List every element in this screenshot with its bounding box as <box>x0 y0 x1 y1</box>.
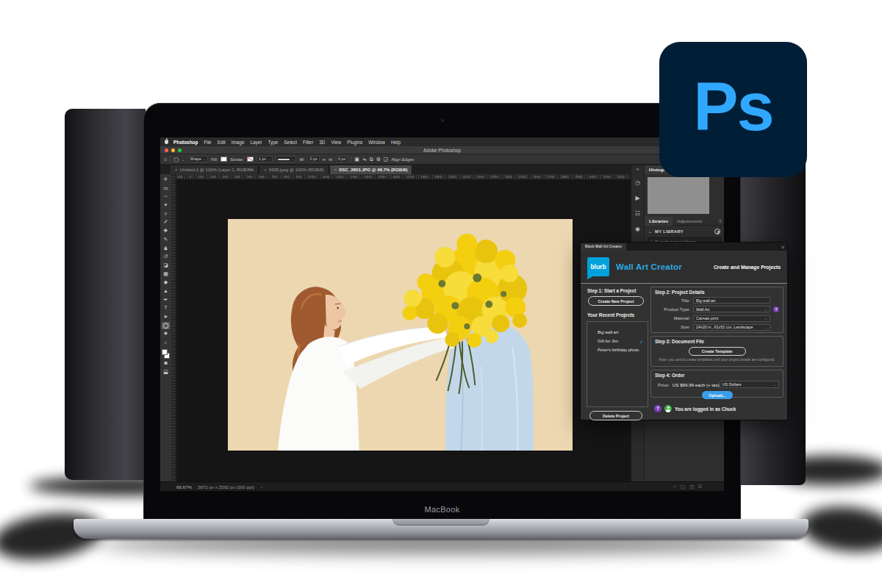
stroke-width-field[interactable]: 1 px ⌄ <box>257 156 273 162</box>
clone-stamp-tool-icon[interactable]: ♟ <box>162 245 170 253</box>
marquee-tool-icon[interactable]: ▭ <box>162 184 170 193</box>
eyedropper-tool-icon[interactable]: ✐ <box>162 218 170 226</box>
help-icon[interactable]: ? <box>654 405 662 412</box>
path-operations-icon[interactable]: ▣ <box>354 157 359 162</box>
tab-adjustments[interactable]: Adjustments <box>673 217 706 226</box>
project-list-item[interactable]: Peter's birthday photo ✓ <box>587 345 648 354</box>
menu-item[interactable]: 3D <box>319 140 325 145</box>
menu-item[interactable]: Type <box>268 140 278 145</box>
menu-item[interactable]: Help <box>391 140 401 145</box>
history-brush-tool-icon[interactable]: ↺ <box>162 253 170 261</box>
width-field[interactable]: 0 px <box>307 156 319 162</box>
menu-item[interactable]: Window <box>368 140 385 145</box>
photo-dsc2853 <box>228 219 573 451</box>
dialog-tab[interactable]: Blurb Wall Art Creator <box>581 243 626 251</box>
height-field[interactable]: 0 px <box>336 156 348 162</box>
upload-button[interactable]: Upload... <box>702 391 733 399</box>
move-tool-icon[interactable]: ✛ <box>162 176 170 184</box>
history-panel-icon[interactable]: ◷ <box>635 179 640 186</box>
dialog-header: blurb Wall Art Creator Create and Manage… <box>581 251 787 284</box>
canvas-area[interactable] <box>177 180 631 481</box>
actions-panel-icon[interactable]: ▶ <box>635 195 639 201</box>
healing-brush-tool-icon[interactable]: ✚ <box>162 227 170 235</box>
chevron-down-icon[interactable]: ⌄ <box>182 157 184 162</box>
quick-mask-icon[interactable]: ◙ <box>162 359 170 368</box>
size-select[interactable]: 24x20 in., 61x51 cm, Landscape ⌄ <box>693 324 770 331</box>
stroke-swatch[interactable] <box>247 157 254 162</box>
chevron-down-icon: ⌄ <box>268 157 270 162</box>
help-icon[interactable]: ? <box>773 306 779 312</box>
document-tab[interactable]: × 0005.jpeg @ 100% (RGB/8) <box>259 165 329 174</box>
ruler-label: 1100 <box>323 175 329 179</box>
foreground-color-swatch[interactable] <box>162 349 168 355</box>
menu-item[interactable]: Photoshop <box>173 140 198 145</box>
material-select[interactable]: Canvas print ⌄ <box>693 315 770 322</box>
link-dimensions-icon[interactable]: ∞ <box>323 157 326 162</box>
path-alignment-icon[interactable]: ≒ <box>362 157 367 162</box>
chevron-down-icon[interactable]: ⌄ <box>260 484 263 489</box>
status-lock-icon[interactable]: ⚿ <box>698 484 702 490</box>
dodge-tool-icon[interactable]: ▲ <box>162 287 170 295</box>
currency-select[interactable]: US Dollars ⌄ <box>720 381 779 388</box>
project-list-item[interactable]: Big wall art ✓ <box>587 328 648 337</box>
close-icon[interactable]: × <box>175 168 178 172</box>
collapse-panels-icon[interactable]: « <box>637 167 639 172</box>
create-new-project-button[interactable]: Create New Project <box>588 296 644 306</box>
status-circle-icon[interactable]: ○ <box>673 484 676 490</box>
close-icon[interactable]: × <box>264 168 267 172</box>
fill-swatch[interactable] <box>220 157 227 162</box>
pen-tool-icon[interactable]: ✒ <box>162 296 170 304</box>
tab-libraries[interactable]: Libraries <box>645 217 673 226</box>
panel-menu-icon[interactable]: ≡ <box>719 219 724 223</box>
menu-item[interactable]: Filter <box>303 140 313 145</box>
project-list-item[interactable]: Gift for Jim ✓ <box>587 337 648 345</box>
back-arrow-icon[interactable]: ← <box>648 229 653 234</box>
quick-selection-tool-icon[interactable]: ✦ <box>162 201 170 209</box>
properties-panel-icon[interactable]: ☷ <box>635 210 640 217</box>
document-tab[interactable]: × Untitled-1 @ 100% (Layer 1, RGB/8#) <box>171 165 259 174</box>
align-edges-checkbox[interactable]: ✓ <box>384 157 388 162</box>
info-panel-icon[interactable]: ◉ <box>635 226 640 232</box>
blur-tool-icon[interactable]: ◆ <box>162 279 170 287</box>
menu-item[interactable]: Image <box>232 140 245 145</box>
path-arrangement-icon[interactable]: ⧉ <box>370 157 373 162</box>
document-tab[interactable]: × DSC_2853.JPG @ 66.7% (RGB/8) <box>330 165 413 174</box>
zoom-tool-icon[interactable]: ⌕ <box>162 339 170 347</box>
delete-project-button[interactable]: Delete Project <box>589 411 642 420</box>
path-selection-tool-icon[interactable]: ➤ <box>162 313 170 321</box>
chevron-down-icon: ⌄ <box>291 157 294 162</box>
title-input[interactable]: Big wall art <box>693 297 770 304</box>
menu-item[interactable]: Select <box>284 140 297 145</box>
menu-item[interactable]: View <box>331 140 341 145</box>
tool-mode-select[interactable]: Shape ⌄ <box>187 156 208 162</box>
eraser-tool-icon[interactable]: ◪ <box>162 262 170 270</box>
ruler-label: 200 <box>210 175 215 179</box>
apple-icon[interactable] <box>165 140 168 144</box>
stroke-style-select[interactable]: ⌄ <box>276 156 296 162</box>
gear-icon[interactable]: ⚙ <box>376 157 381 162</box>
menu-item[interactable]: Plugins <box>347 140 362 145</box>
profile-icon[interactable] <box>714 229 720 234</box>
home-icon[interactable]: ⌂ <box>164 157 167 162</box>
menu-item[interactable]: File <box>204 140 211 145</box>
zoom-level[interactable]: 66.67% <box>176 484 192 490</box>
status-square-icon[interactable]: ▢ <box>681 484 685 490</box>
menu-item[interactable]: Edit <box>218 140 226 145</box>
gradient-tool-icon[interactable]: ▦ <box>162 270 170 279</box>
crop-tool-icon[interactable]: ⌗ <box>162 210 170 218</box>
hamburger-icon[interactable]: ≡ <box>781 245 787 251</box>
color-swatches[interactable] <box>162 349 170 359</box>
create-template-button[interactable]: Create Template <box>689 347 746 356</box>
shape-tool-icon[interactable]: ◯ <box>162 322 170 330</box>
product-type-select[interactable]: Wall Art ⌄ <box>693 306 770 312</box>
hand-tool-icon[interactable]: ❖ <box>162 330 170 338</box>
status-frame-icon[interactable]: ◫ <box>689 484 694 490</box>
brush-tool-icon[interactable]: ✎ <box>162 236 170 244</box>
menu-item[interactable]: Layer <box>250 140 262 145</box>
type-tool-icon[interactable]: T <box>162 304 170 312</box>
active-tool-icon[interactable]: ◯ <box>173 157 179 162</box>
price-label: Price: <box>658 382 670 387</box>
lasso-tool-icon[interactable]: ∽ <box>162 193 170 201</box>
screen-mode-icon[interactable]: ⬓ <box>162 368 170 376</box>
close-icon[interactable]: × <box>334 168 337 172</box>
